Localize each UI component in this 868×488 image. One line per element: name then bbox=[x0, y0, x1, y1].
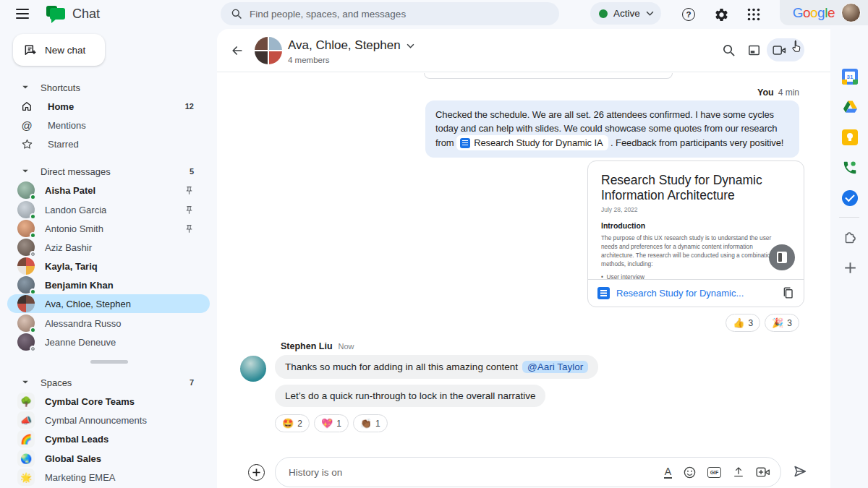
chevron-down-icon bbox=[646, 11, 654, 16]
add-attachment-button[interactable] bbox=[248, 464, 265, 481]
space-name: Cymbal Core Teams bbox=[45, 396, 135, 407]
back-arrow-icon[interactable] bbox=[230, 43, 244, 58]
drive-icon[interactable] bbox=[841, 98, 859, 116]
dm-row[interactable]: Alessandra Russo bbox=[7, 314, 210, 333]
member-count: 4 members bbox=[288, 56, 330, 64]
get-addons-plus-icon[interactable] bbox=[841, 259, 859, 276]
doc-chip[interactable]: Research Study for Dynamic IA bbox=[456, 135, 608, 150]
timestamp: Now bbox=[339, 342, 354, 351]
message-text: Let’s do a quick run-through to lock in … bbox=[285, 390, 535, 401]
dm-row[interactable]: Aisha Patel bbox=[7, 181, 210, 200]
message-bubble[interactable]: Thanks so much for adding in all this am… bbox=[275, 355, 598, 379]
split-pane-icon[interactable] bbox=[747, 43, 761, 57]
reaction-chip[interactable]: 🎉3 bbox=[765, 314, 799, 332]
sidebar-item-starred[interactable]: Starred bbox=[7, 134, 210, 153]
send-icon[interactable] bbox=[792, 463, 808, 479]
pin-icon bbox=[184, 224, 194, 234]
message-input[interactable] bbox=[289, 467, 653, 478]
chevron-down-icon bbox=[407, 43, 414, 48]
user-avatar[interactable] bbox=[841, 3, 861, 22]
reaction-chip[interactable]: 👏🏾1 bbox=[353, 414, 388, 432]
dm-row[interactable]: Kayla, Tariq bbox=[7, 257, 210, 275]
dm-row[interactable]: Landon Garcia bbox=[7, 200, 210, 219]
avatar[interactable] bbox=[240, 356, 266, 382]
dm-name: Alessandra Russo bbox=[45, 318, 122, 329]
sender-row: Stephen LiuNow bbox=[281, 341, 354, 351]
video-call-button[interactable] bbox=[767, 38, 804, 61]
dm-row[interactable]: Aziz Bashir bbox=[7, 238, 210, 257]
search-placeholder: Find people, spaces, and messages bbox=[250, 9, 406, 20]
text-format-icon[interactable]: A bbox=[664, 466, 672, 479]
conversation-header: Ava, Chloe, Stephen 4 members bbox=[217, 29, 830, 72]
dm-row[interactable]: Antonio Smith bbox=[7, 219, 210, 238]
help-icon[interactable]: ? bbox=[679, 5, 698, 24]
new-chat-button[interactable]: New chat bbox=[13, 34, 105, 66]
dm-name: Benjamin Khan bbox=[45, 280, 114, 291]
doc-bullet: • User interview bbox=[601, 273, 791, 280]
scrolled-card-edge bbox=[424, 73, 673, 79]
tasks-icon[interactable] bbox=[841, 189, 859, 207]
account-area: Google bbox=[780, 0, 868, 25]
upload-icon[interactable] bbox=[732, 466, 745, 479]
chevron-down-icon bbox=[22, 380, 29, 385]
section-resize-handle[interactable] bbox=[90, 360, 128, 364]
google-docs-icon bbox=[597, 287, 610, 299]
space-row[interactable]: 🌟 Marketing EMEA bbox=[7, 468, 210, 487]
status-selector[interactable]: Active bbox=[590, 2, 661, 25]
settings-gear-icon[interactable] bbox=[712, 5, 731, 24]
reaction-chip[interactable]: 💖1 bbox=[314, 414, 349, 432]
timestamp: 4 min bbox=[778, 87, 799, 98]
space-row[interactable]: 🌏 Global Sales bbox=[7, 449, 210, 468]
dm-section-header[interactable]: Direct messages 5 bbox=[7, 162, 210, 181]
dm-row[interactable]: Jeanne Deneuve bbox=[7, 333, 210, 351]
mention-chip[interactable]: @Aari Taylor bbox=[522, 361, 588, 373]
sender-name: Stephen Liu bbox=[281, 341, 333, 351]
spaces-unread-count: 7 bbox=[190, 378, 194, 387]
main-menu-icon[interactable] bbox=[16, 9, 29, 19]
reactions-row: 👍3 🎉3 bbox=[726, 314, 799, 332]
avatar bbox=[17, 276, 35, 294]
shortcuts-section-header[interactable]: Shortcuts bbox=[7, 78, 210, 97]
doc-preview-card[interactable]: Research Study for Dynamic Information A… bbox=[587, 160, 804, 307]
space-row[interactable]: 📣 Cymbal Announcements bbox=[7, 411, 210, 429]
avatar bbox=[17, 333, 35, 351]
open-preview-button[interactable] bbox=[769, 244, 795, 270]
group-avatar bbox=[17, 257, 35, 275]
global-search-bar[interactable]: Find people, spaces, and messages bbox=[221, 2, 559, 25]
dm-row[interactable]: Benjamin Khan bbox=[7, 275, 210, 294]
doc-link-label: Research Study for Dynamic... bbox=[616, 288, 775, 299]
dm-unread-count: 5 bbox=[190, 167, 194, 176]
dm-name: Jeanne Deneuve bbox=[45, 337, 116, 348]
emoji-icon[interactable] bbox=[683, 466, 697, 479]
presence-online-dot bbox=[30, 194, 36, 200]
copy-icon[interactable] bbox=[782, 286, 794, 300]
chat-logo-icon bbox=[46, 6, 65, 23]
addons-puzzle-icon[interactable] bbox=[841, 229, 859, 247]
spaces-section-header[interactable]: Spaces 7 bbox=[7, 373, 210, 392]
group-avatar bbox=[17, 295, 35, 312]
dm-name: Aziz Bashir bbox=[45, 242, 92, 253]
sidebar-item-home[interactable]: Home 12 bbox=[7, 97, 210, 116]
conversation-title[interactable]: Ava, Chloe, Stephen bbox=[288, 38, 414, 53]
message-text: . Feedback from participants very positi… bbox=[610, 137, 783, 148]
message-bubble-own[interactable]: Checked the schedule. We are all set. 26… bbox=[425, 100, 799, 158]
dm-row-selected[interactable]: Ava, Chloe, Stephen bbox=[7, 294, 210, 313]
sidebar-item-mentions[interactable]: @ Mentions bbox=[7, 116, 210, 134]
meet-video-icon[interactable] bbox=[756, 466, 770, 478]
reaction-chip[interactable]: 🤩2 bbox=[275, 414, 310, 432]
space-emoji-icon: 📣 bbox=[17, 411, 35, 429]
space-row[interactable]: 🌈 Cymbal Leads bbox=[7, 429, 210, 448]
space-row[interactable]: 🌳 Cymbal Core Teams bbox=[7, 392, 210, 411]
gif-icon[interactable]: GIF bbox=[707, 467, 721, 478]
reaction-chip[interactable]: 👍3 bbox=[726, 314, 760, 332]
space-emoji-icon: 🌈 bbox=[17, 430, 35, 448]
doc-body-text: The purpose of this UX research study is… bbox=[601, 234, 782, 268]
voice-icon[interactable] bbox=[841, 159, 859, 176]
calendar-icon[interactable]: 31 bbox=[841, 68, 859, 85]
keep-icon[interactable] bbox=[841, 129, 859, 146]
group-avatar[interactable] bbox=[255, 37, 282, 64]
message-bubble[interactable]: Let’s do a quick run-through to lock in … bbox=[275, 385, 545, 407]
doc-link-row[interactable]: Research Study for Dynamic... bbox=[588, 280, 804, 307]
apps-grid-icon[interactable] bbox=[744, 5, 763, 24]
search-in-chat-icon[interactable] bbox=[722, 43, 736, 57]
